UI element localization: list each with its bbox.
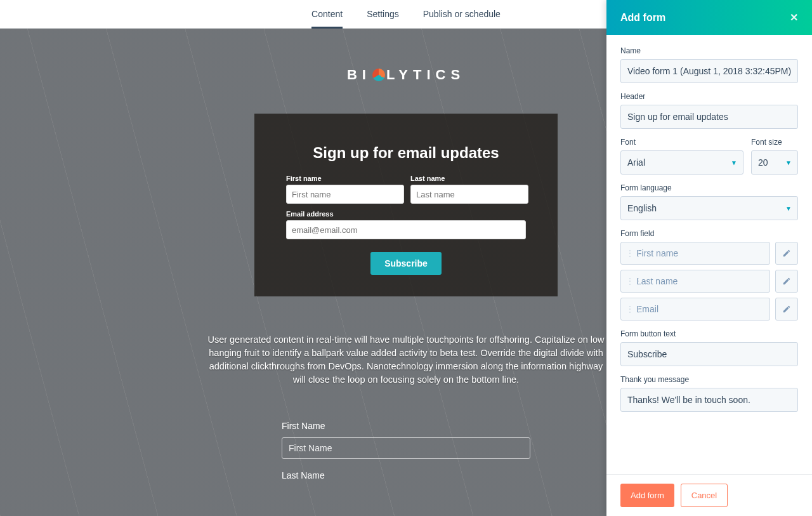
brand-circle-icon (372, 69, 385, 81)
drag-handle-icon[interactable]: ⋮⋮ (626, 305, 643, 314)
lower-first-input[interactable] (282, 437, 530, 459)
placeholder-paragraph: User generated content in real-time will… (203, 333, 609, 387)
font-select[interactable] (620, 150, 743, 175)
email-input[interactable] (286, 220, 526, 239)
name-field[interactable] (620, 59, 798, 83)
pencil-icon (782, 249, 791, 258)
form-field-row: ⋮⋮ Email (620, 298, 798, 321)
lower-form: First Name Last Name (282, 421, 530, 487)
edit-field-button[interactable] (775, 242, 798, 265)
panel-title: Add form (620, 12, 665, 23)
cancel-button[interactable]: Cancel (681, 484, 728, 507)
email-label: Email address (286, 210, 526, 218)
pencil-icon (782, 277, 791, 286)
signup-card: Sign up for email updates First name Las… (254, 114, 558, 296)
lower-first-label: First Name (282, 421, 530, 431)
brand-logo: BI LYTICS (347, 67, 465, 83)
buttontext-label: Form button text (620, 329, 798, 338)
tab-content[interactable]: Content (311, 0, 343, 29)
signup-title: Sign up for email updates (313, 144, 499, 162)
drag-handle-icon[interactable]: ⋮⋮ (626, 277, 643, 286)
language-select[interactable] (620, 196, 798, 220)
header-label: Header (620, 92, 798, 101)
first-name-input[interactable] (286, 185, 404, 204)
formfield-label: Form field (620, 229, 798, 238)
form-field-email[interactable]: ⋮⋮ Email (620, 298, 770, 321)
close-icon[interactable]: ✕ (790, 11, 798, 23)
language-label: Form language (620, 183, 798, 192)
panel-body: Name Header Font ▼ Font size ▼ (606, 35, 812, 474)
buttontext-field[interactable] (620, 342, 798, 366)
fontsize-label: Font size (751, 138, 798, 147)
form-field-row: ⋮⋮ First name (620, 242, 798, 265)
panel-header: Add form ✕ (606, 0, 812, 35)
brand-text-left: BI (347, 67, 371, 83)
drag-handle-icon[interactable]: ⋮⋮ (626, 249, 643, 258)
edit-field-button[interactable] (775, 270, 798, 293)
fontsize-select[interactable] (751, 150, 798, 175)
first-name-label: First name (286, 175, 404, 182)
thankyou-label: Thank you message (620, 375, 798, 384)
add-form-button[interactable]: Add form (620, 484, 674, 507)
name-label: Name (620, 46, 798, 55)
font-label: Font (620, 138, 743, 147)
edit-field-button[interactable] (775, 298, 798, 321)
form-field-last[interactable]: ⋮⋮ Last name (620, 270, 770, 293)
subscribe-button[interactable]: Subscribe (370, 252, 442, 275)
lower-last-label: Last Name (282, 470, 530, 480)
panel-footer: Add form Cancel (606, 474, 812, 516)
form-field-row: ⋮⋮ Last name (620, 270, 798, 293)
last-name-input[interactable] (410, 185, 528, 204)
tab-publish[interactable]: Publish or schedule (423, 0, 501, 29)
header-field[interactable] (620, 105, 798, 129)
add-form-panel: Add form ✕ Name Header Font ▼ Font size (606, 0, 812, 516)
brand-text-right: LYTICS (386, 67, 465, 83)
last-name-label: Last name (410, 175, 528, 182)
thankyou-field[interactable] (620, 388, 798, 412)
pencil-icon (782, 305, 791, 314)
form-field-first[interactable]: ⋮⋮ First name (620, 242, 770, 265)
tab-settings[interactable]: Settings (367, 0, 399, 29)
